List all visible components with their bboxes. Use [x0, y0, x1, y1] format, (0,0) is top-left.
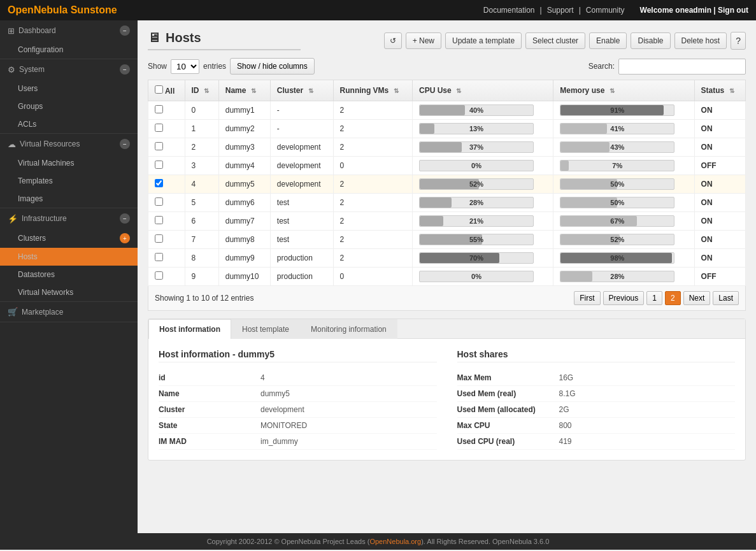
row-checkbox[interactable]	[155, 197, 163, 206]
sidebar-item-virtual-machines[interactable]: Virtual Machines	[0, 154, 138, 172]
col-cpu-use[interactable]: CPU Use ⇅	[413, 80, 553, 101]
row-status: ON	[694, 212, 745, 231]
sidebar-item-clusters[interactable]: Clusters +	[0, 229, 138, 248]
sidebar-item-images[interactable]: Images	[0, 190, 138, 208]
sidebar-item-users[interactable]: Users	[0, 80, 138, 97]
row-checkbox-cell	[148, 120, 185, 138]
table-row[interactable]: 5 dummy6 test 2 28% 50% ON	[148, 194, 746, 212]
row-checkbox[interactable]	[155, 142, 163, 150]
cpu-progress-bar: 37%	[419, 141, 534, 153]
table-row[interactable]: 3 dummy4 development 0 0% 7% OFF	[148, 157, 746, 175]
table-row[interactable]: 0 dummy1 - 2 40% 91% ON	[148, 101, 746, 120]
update-template-button[interactable]: Update a template	[445, 32, 522, 49]
sidebar-item-virtual-networks[interactable]: Virtual Networks	[0, 283, 138, 301]
sidebar-item-configuration[interactable]: Configuration	[0, 41, 138, 59]
clusters-add[interactable]: +	[120, 233, 130, 243]
row-checkbox[interactable]	[155, 124, 163, 132]
col-name[interactable]: Name ⇅	[218, 80, 270, 101]
row-checkbox[interactable]	[155, 234, 163, 243]
row-cpu-use: 37%	[413, 138, 553, 157]
last-page-button[interactable]: Last	[713, 291, 739, 305]
page-2-button[interactable]: 2	[665, 291, 681, 305]
col-memory-use[interactable]: Memory use ⇅	[553, 80, 694, 101]
row-checkbox[interactable]	[155, 179, 163, 187]
users-label: Users	[18, 84, 38, 93]
first-page-button[interactable]: First	[574, 291, 600, 305]
row-name: dummy4	[218, 157, 270, 175]
row-cluster: production	[270, 268, 333, 286]
table-row[interactable]: 2 dummy3 development 2 37% 43% ON	[148, 138, 746, 157]
sidebar-item-system[interactable]: ⚙ System −	[0, 59, 138, 80]
row-checkbox[interactable]	[155, 105, 163, 113]
sidebar-item-infrastructure[interactable]: ⚡ Infrastructure −	[0, 208, 138, 229]
system-collapse[interactable]: −	[120, 64, 130, 75]
page-title-bar: 🖥 Hosts ↺ + New Update a template Select…	[148, 31, 746, 50]
table-row[interactable]: 4 dummy5 development 2 52% 50% ON	[148, 175, 746, 194]
row-checkbox[interactable]	[155, 161, 163, 169]
delete-host-button[interactable]: Delete host	[674, 32, 727, 49]
row-id: 9	[185, 268, 218, 286]
enable-button[interactable]: Enable	[589, 32, 627, 49]
sidebar-item-virtual-resources[interactable]: ☁ Virtual Resources −	[0, 134, 138, 154]
mem-progress-label: 67%	[560, 216, 674, 226]
page-1-button[interactable]: 1	[646, 291, 662, 305]
dashboard-collapse[interactable]: −	[120, 25, 130, 36]
next-page-button[interactable]: Next	[683, 291, 711, 305]
refresh-button[interactable]: ↺	[384, 32, 402, 49]
prev-page-button[interactable]: Previous	[603, 291, 645, 305]
mem-progress-label: 7%	[560, 161, 674, 171]
table-row[interactable]: 1 dummy2 - 2 13% 41% ON	[148, 120, 746, 138]
row-name: dummy1	[218, 101, 270, 120]
col-checkbox[interactable]: All	[148, 80, 185, 101]
host-shares-value: 800	[559, 421, 572, 430]
mem-progress-label: 43%	[560, 142, 674, 152]
table-row[interactable]: 7 dummy8 test 2 55% 52% ON	[148, 231, 746, 249]
sidebar-item-marketplace[interactable]: 🛒 Marketplace	[0, 302, 138, 322]
disable-button[interactable]: Disable	[631, 32, 670, 49]
mem-progress-label: 41%	[560, 124, 674, 134]
table-row[interactable]: 8 dummy9 production 2 70% 98% ON	[148, 249, 746, 268]
footer-link[interactable]: OpenNebula.org	[369, 538, 421, 545]
tab-monitoring-information[interactable]: Monitoring information	[300, 319, 397, 339]
new-button[interactable]: + New	[406, 32, 441, 49]
tab-host-information[interactable]: Host information	[148, 319, 231, 339]
infrastructure-collapse[interactable]: −	[120, 213, 130, 224]
mem-progress-label: 50%	[560, 197, 674, 208]
show-hide-columns-button[interactable]: Show / hide columns	[230, 58, 315, 75]
support-link[interactable]: Support	[547, 6, 574, 15]
sidebar-item-templates[interactable]: Templates	[0, 172, 138, 190]
col-id[interactable]: ID ⇅	[185, 80, 218, 101]
tab-host-template[interactable]: Host template	[231, 319, 300, 339]
row-running-vms: 2	[333, 194, 412, 212]
row-checkbox[interactable]	[155, 253, 163, 261]
toolbar: ↺ + New Update a template Select cluster…	[384, 32, 746, 50]
entries-select[interactable]: 102550	[171, 59, 199, 74]
sidebar-item-hosts[interactable]: Hosts	[0, 248, 138, 266]
row-checkbox[interactable]	[155, 271, 163, 280]
sidebar-item-datastores[interactable]: Datastores	[0, 266, 138, 283]
row-status: ON	[694, 231, 745, 249]
detail-tabs: Host information Host template Monitorin…	[148, 319, 745, 339]
row-checkbox-cell	[148, 231, 185, 249]
documentation-link[interactable]: Documentation	[483, 6, 535, 15]
community-link[interactable]: Community	[586, 6, 625, 15]
virtual-resources-collapse[interactable]: −	[120, 139, 130, 149]
dashboard-icon: ⊞	[8, 26, 15, 36]
select-cluster-button[interactable]: Select cluster	[525, 32, 585, 49]
main-content: 🖥 Hosts ↺ + New Update a template Select…	[138, 20, 756, 533]
col-running-vms[interactable]: Running VMs ⇅	[333, 80, 412, 101]
select-all-checkbox[interactable]	[155, 85, 163, 94]
table-row[interactable]: 6 dummy7 test 2 21% 67% ON	[148, 212, 746, 231]
col-cluster[interactable]: Cluster ⇅	[270, 80, 333, 101]
sidebar-item-dashboard[interactable]: ⊞ Dashboard −	[0, 20, 138, 41]
host-info-title: Host information - dummy5	[159, 349, 437, 362]
row-checkbox[interactable]	[155, 216, 163, 224]
table-row[interactable]: 9 dummy10 production 0 0% 28% OFF	[148, 268, 746, 286]
row-status: OFF	[694, 157, 745, 175]
row-status: ON	[694, 120, 745, 138]
col-status[interactable]: Status ⇅	[694, 80, 745, 101]
sidebar-item-acls[interactable]: ACLs	[0, 115, 138, 133]
sidebar-item-groups[interactable]: Groups	[0, 97, 138, 115]
help-button[interactable]: ?	[731, 32, 746, 50]
search-input[interactable]	[618, 59, 746, 75]
